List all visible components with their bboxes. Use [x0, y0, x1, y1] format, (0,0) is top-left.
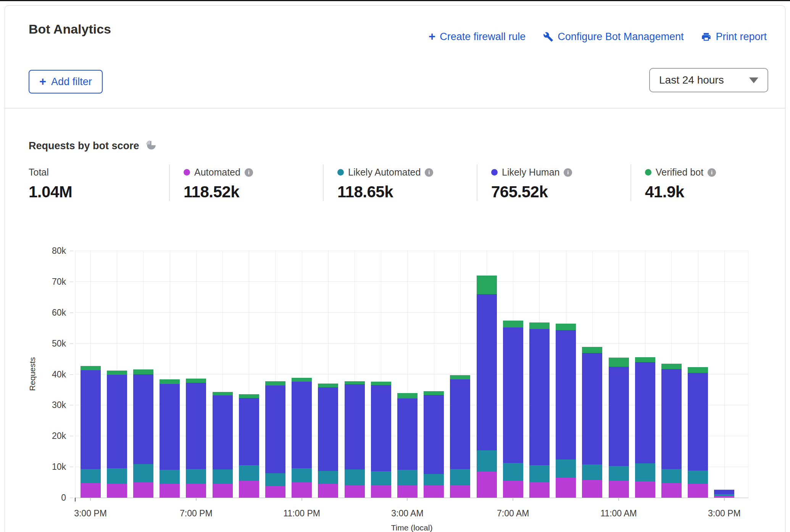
bar-segment-likely-human	[107, 375, 127, 468]
chart-bar[interactable]	[609, 251, 629, 498]
info-icon[interactable]: i	[708, 168, 716, 177]
chart-bar[interactable]	[661, 251, 682, 498]
bar-segment-verified-bot	[397, 393, 418, 399]
bar-segment-verified-bot	[582, 347, 602, 353]
bar-segment-automated	[582, 480, 602, 498]
stat-value: 118.65k	[337, 183, 477, 201]
stat-value: 41.9k	[645, 183, 772, 201]
bar-segment-verified-bot	[688, 367, 708, 373]
plus-icon: +	[39, 76, 46, 87]
bot-analytics-card: Bot Analytics + Create firewall rule Con…	[5, 5, 785, 532]
chart-bar[interactable]	[688, 251, 708, 498]
y-tick-label: 80k	[24, 246, 66, 256]
chart-bar[interactable]	[318, 251, 338, 498]
chart-bar[interactable]	[450, 251, 470, 498]
chart-bar[interactable]	[213, 251, 233, 498]
bar-segment-likely-human	[582, 353, 602, 465]
bar-segment-verified-bot	[318, 384, 338, 387]
y-tick-label: 20k	[24, 431, 66, 441]
bar-segment-likely-human	[424, 395, 444, 474]
chart-bar[interactable]	[503, 251, 523, 498]
chart-bar[interactable]	[107, 251, 127, 498]
x-tick-label: 7:00 AM	[497, 508, 529, 519]
y-tick-mark	[70, 498, 73, 498]
bar-segment-automated	[609, 481, 629, 498]
bar-segment-automated	[688, 484, 708, 498]
chart-bar[interactable]	[477, 251, 497, 498]
bar-segment-automated	[424, 485, 444, 498]
bar-segment-likely-automated	[107, 468, 127, 484]
configure-bot-management-link[interactable]: Configure Bot Management	[543, 31, 684, 43]
y-tick-label: 10k	[24, 462, 66, 472]
print-report-label: Print report	[716, 31, 767, 43]
bar-segment-verified-bot	[265, 381, 285, 385]
pie-chart-icon	[146, 140, 156, 152]
bar-segment-verified-bot	[81, 366, 101, 370]
bar-segment-likely-automated	[503, 463, 523, 481]
bar-segment-likely-human	[213, 395, 233, 469]
stat-likely-human: Likely Humani765.52k	[477, 164, 630, 201]
time-range-select[interactable]: Last 24 hours	[649, 68, 768, 92]
bar-segment-verified-bot	[133, 369, 153, 374]
x-tick-mark	[196, 498, 197, 501]
page-title: Bot Analytics	[29, 22, 111, 37]
stat-label: Verified bot	[656, 167, 703, 178]
chart-bar[interactable]	[345, 251, 365, 498]
y-tick-label: 40k	[24, 369, 66, 379]
create-firewall-rule-link[interactable]: + Create firewall rule	[429, 31, 526, 43]
y-tick-mark	[70, 251, 73, 251]
bar-segment-likely-automated	[160, 470, 180, 484]
chart-bar[interactable]	[714, 251, 734, 498]
y-tick-mark	[70, 282, 73, 282]
bar-segment-likely-automated	[424, 474, 444, 485]
chart-bar[interactable]	[292, 251, 312, 498]
printer-icon	[701, 32, 711, 42]
bar-segment-likely-human	[688, 373, 708, 471]
info-icon[interactable]: i	[425, 168, 433, 177]
chart-bar[interactable]	[397, 251, 418, 498]
bar-segment-automated	[661, 483, 682, 498]
chart-bar[interactable]	[635, 251, 655, 498]
chart-bar[interactable]	[424, 251, 444, 498]
bar-segment-automated	[213, 484, 233, 498]
stat-label: Likely Automated	[348, 167, 421, 178]
chart-bar[interactable]	[556, 251, 576, 498]
info-icon[interactable]: i	[564, 168, 572, 177]
bar-segment-automated	[345, 485, 365, 498]
chart-bar[interactable]	[133, 251, 153, 498]
bar-segment-automated	[503, 481, 523, 498]
print-report-link[interactable]: Print report	[701, 31, 767, 43]
bar-segment-verified-bot	[424, 391, 444, 395]
bar-segment-likely-automated	[556, 459, 576, 478]
bar-segment-likely-human	[397, 398, 418, 470]
chart-bar[interactable]	[239, 251, 259, 498]
bar-segment-likely-automated	[609, 466, 629, 481]
window-top-edge	[0, 0, 790, 1]
bar-segment-likely-human	[556, 330, 576, 459]
time-range-value: Last 24 hours	[659, 74, 724, 86]
chart-bar[interactable]	[371, 251, 391, 498]
info-icon[interactable]: i	[245, 168, 253, 177]
bar-segment-verified-bot	[556, 324, 576, 330]
bar-segment-automated	[635, 481, 655, 498]
chart-bar[interactable]	[529, 251, 550, 498]
bar-segment-likely-automated	[582, 464, 602, 480]
x-tick-mark	[301, 498, 302, 501]
chart-bar[interactable]	[265, 251, 285, 498]
plus-icon: +	[429, 31, 435, 42]
add-filter-button[interactable]: + Add filter	[29, 70, 103, 94]
x-tick-label: 7:00 PM	[180, 508, 213, 519]
bar-segment-automated	[186, 484, 206, 498]
bar-segment-likely-automated	[661, 469, 682, 483]
bar-segment-automated	[265, 486, 285, 498]
chart-bar[interactable]	[582, 251, 602, 498]
bar-segment-likely-automated	[371, 471, 391, 485]
legend-dot	[491, 169, 498, 176]
chart-bar[interactable]	[186, 251, 206, 498]
stat-label: Automated	[194, 167, 240, 178]
bar-segment-likely-automated	[397, 470, 418, 485]
x-tick-label: 3:00 PM	[74, 508, 107, 519]
chart-bar[interactable]	[81, 251, 101, 498]
x-axis-origin-tick	[75, 498, 76, 501]
chart-bar[interactable]	[160, 251, 180, 498]
